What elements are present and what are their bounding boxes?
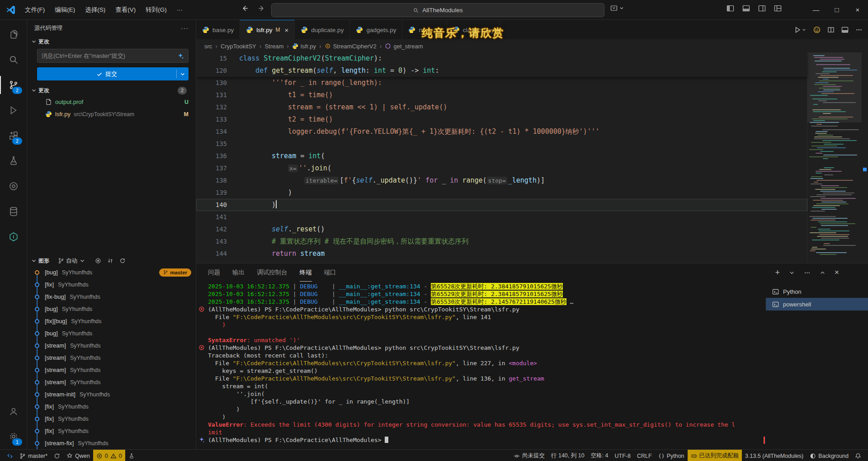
layout-sbright-icon[interactable] (758, 5, 766, 12)
commit-row[interactable]: [stream-init]SyYhunfhds (27, 388, 196, 400)
activity-database[interactable] (0, 199, 27, 224)
language-mode[interactable]: Python (655, 450, 688, 461)
commit-row[interactable]: [fix]SyYhunfhds (27, 425, 196, 437)
encoding[interactable]: UTF-8 (612, 450, 634, 461)
line-number[interactable]: 137 (196, 162, 227, 174)
panel-tab[interactable]: 问题 (208, 263, 220, 282)
commit-row[interactable]: [bug]SyYhunfhds (27, 303, 196, 315)
code-line[interactable]: 131t1 = time() (196, 89, 807, 101)
commit-row[interactable]: [stream]SyYhunfhds (27, 339, 196, 352)
code-line[interactable]: 132stream = (stream << 1) | self._update… (196, 101, 807, 113)
graph-refresh-icon[interactable] (119, 258, 126, 264)
layout-pbottom-icon[interactable] (742, 5, 750, 12)
commit-button[interactable]: 提交 (37, 67, 189, 80)
code-line[interactable]: 15class StreamCipherV2(StreamCipher): (196, 52, 807, 65)
code-lines[interactable]: 130'''for _ in range(_length):131t1 = ti… (196, 77, 807, 260)
breadcrumb-item[interactable]: lsfr.py (292, 43, 316, 50)
line-number[interactable]: 143 (196, 235, 227, 248)
commit-row[interactable]: [fix]SyYhunfhds (27, 413, 196, 425)
editor-tab[interactable]: duplicate.py (295, 20, 350, 39)
code-line[interactable]: 143# 重置状态序列 # 现在不是自同步密码，所以需要重置状态序列 (196, 235, 807, 248)
line-number[interactable]: 132 (196, 101, 227, 113)
terminal-instance[interactable]: Python (766, 285, 868, 298)
code-line[interactable]: 135 (196, 138, 807, 150)
activity-source-control[interactable]: 2 (0, 72, 27, 98)
minimize-button[interactable]: — (806, 0, 826, 19)
activity-testing[interactable] (0, 148, 27, 174)
commit-row[interactable]: [stream-fix]SyYhunfhds (27, 437, 196, 449)
line-number[interactable]: 135 (196, 138, 227, 150)
commit-row[interactable]: [fix]SyYhunfhds (27, 400, 196, 413)
copilot-quota[interactable]: 已达到完成配额 (688, 450, 742, 461)
line-number[interactable]: 140 (196, 199, 227, 211)
run-python-file-button[interactable] (794, 26, 807, 33)
breadcrumb-item[interactable]: Stream (264, 43, 283, 50)
breadcrumb-item[interactable]: CrypTookitSY (221, 43, 256, 50)
forward-icon[interactable] (257, 4, 265, 13)
line-number[interactable]: 136 (196, 150, 227, 162)
editor-tab[interactable]: gadgets.py (350, 20, 402, 39)
commit-row[interactable]: [stream]SyYhunfhds (27, 352, 196, 364)
graph-ref-picker[interactable]: 自动 (58, 257, 85, 265)
menu-item[interactable]: 文件(F) (20, 4, 50, 16)
editor-tab[interactable]: base.py (196, 20, 240, 39)
changed-file-row[interactable]: output.profU (27, 96, 196, 108)
activity-explorer[interactable] (0, 22, 27, 47)
code-line[interactable]: 141 (196, 211, 807, 223)
more-actions-icon[interactable] (855, 26, 863, 33)
generate-commit-message-icon[interactable] (178, 53, 184, 59)
code-line[interactable]: 140) (196, 199, 807, 211)
notifications[interactable] (852, 450, 864, 461)
menu-item[interactable]: 编辑(E) (50, 4, 80, 16)
close-button[interactable]: × (847, 0, 868, 19)
menu-more-icon[interactable]: ··· (172, 4, 188, 16)
commit-row[interactable]: [fix]SyYhunfhds (27, 278, 196, 291)
breadcrumb-item[interactable]: StreamCipherV2 (325, 43, 377, 50)
activity-account[interactable] (0, 399, 27, 424)
layout-layout-icon[interactable] (774, 5, 782, 12)
code-line[interactable]: 136stream = int( (196, 150, 807, 162)
code-line[interactable]: 138iterable=[f'{self._update()}' for _ i… (196, 174, 807, 187)
panel-tab[interactable]: 输出 (232, 263, 245, 282)
python-interpreter[interactable]: 3.13.5 (AllTheModules) (742, 450, 807, 461)
code-line[interactable]: 137x=''.join( (196, 162, 807, 174)
line-number[interactable]: 133 (196, 113, 227, 126)
section-changes[interactable]: 更改 2 (27, 85, 196, 96)
close-panel-icon[interactable]: × (835, 268, 839, 277)
menu-item[interactable]: 转到(G) (141, 4, 172, 16)
activity-search[interactable] (0, 47, 27, 72)
line-number[interactable]: 138 (196, 174, 227, 187)
sidebar-more-icon[interactable]: ··· (181, 24, 189, 32)
sync-status[interactable] (51, 450, 63, 461)
code-editor[interactable]: 15class StreamCipherV2(StreamCipher):120… (196, 52, 868, 263)
code-line[interactable]: 142self._reset() (196, 223, 807, 235)
breadcrumb-item[interactable]: src (204, 43, 212, 50)
terminal-instance[interactable]: powershell (766, 298, 868, 310)
terminal-output[interactable]: 2025-10-03 16:52:12.375 | DEBUG | __main… (196, 282, 766, 449)
panel-more-icon[interactable] (804, 269, 811, 276)
cursor-position[interactable]: 行 140, 列 10 (548, 450, 588, 461)
new-terminal-button[interactable]: + (775, 268, 780, 278)
back-icon[interactable] (241, 4, 250, 13)
line-number[interactable]: 15 (196, 52, 227, 65)
problems-status[interactable]: 00 (93, 450, 125, 461)
activity-extension-orb[interactable] (0, 174, 27, 199)
line-number[interactable]: 134 (196, 126, 227, 138)
line-number[interactable]: 139 (196, 187, 227, 199)
code-line[interactable]: 133t2 = time() (196, 113, 807, 126)
activity-run-debug[interactable] (0, 98, 27, 123)
commit-message-input[interactable]: 消息(Ctrl+Enter 在"master"提交) (37, 49, 189, 63)
command-center-search[interactable]: AllTheModules (271, 3, 604, 17)
section-changes-top[interactable]: 更改 (27, 36, 196, 47)
line-number[interactable]: 141 (196, 211, 227, 223)
commit-row[interactable]: [bug]SyYhunfhdsmaster (27, 266, 196, 278)
new-window-icon[interactable] (610, 5, 618, 12)
panel-tab[interactable]: 调试控制台 (257, 263, 288, 282)
panel-tab[interactable]: 终端 (300, 263, 312, 282)
commit-dropdown-button[interactable] (177, 67, 189, 80)
branch-status[interactable]: master* (16, 450, 51, 461)
line-number[interactable]: 130 (196, 77, 227, 89)
eol[interactable]: CRLF (634, 450, 655, 461)
layout-control-button[interactable] (610, 5, 624, 12)
maximize-panel-icon[interactable] (819, 269, 826, 276)
